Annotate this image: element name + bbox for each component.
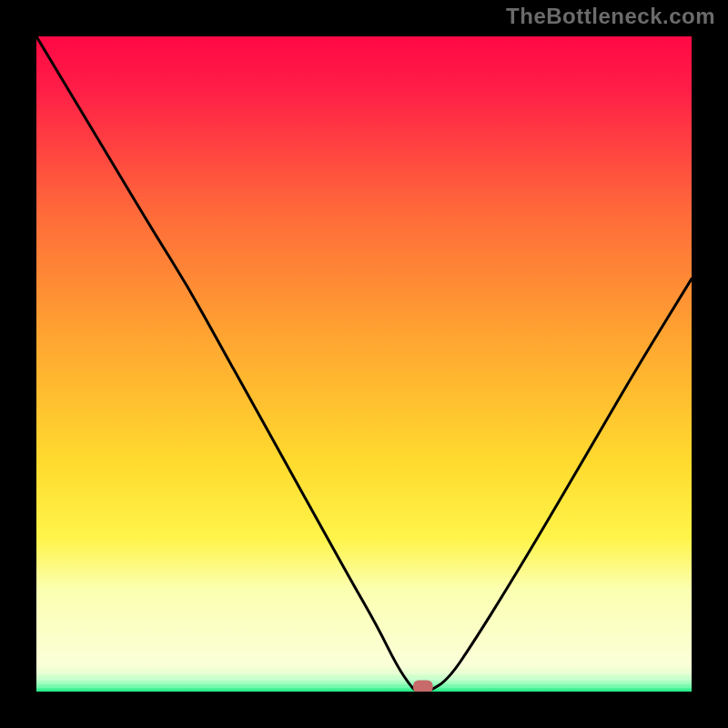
gradient-field [36,36,692,664]
plot-area [36,36,692,692]
watermark: TheBottleneck.com [506,4,715,29]
chart-svg [36,36,692,692]
chart-container: TheBottleneck.com [0,0,728,728]
optimal-marker [413,681,433,692]
